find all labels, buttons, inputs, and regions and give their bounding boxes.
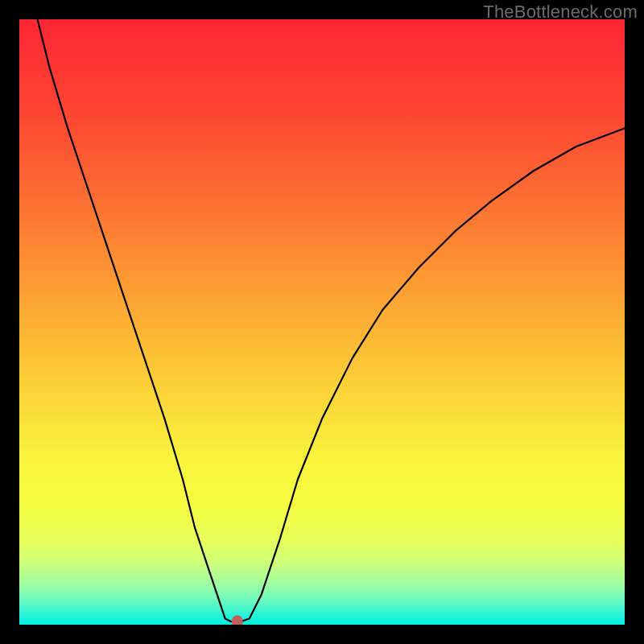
bottleneck-chart (19, 19, 625, 625)
gradient-background (19, 19, 625, 625)
watermark-text: TheBottleneck.com (483, 2, 638, 23)
chart-frame (19, 19, 625, 625)
